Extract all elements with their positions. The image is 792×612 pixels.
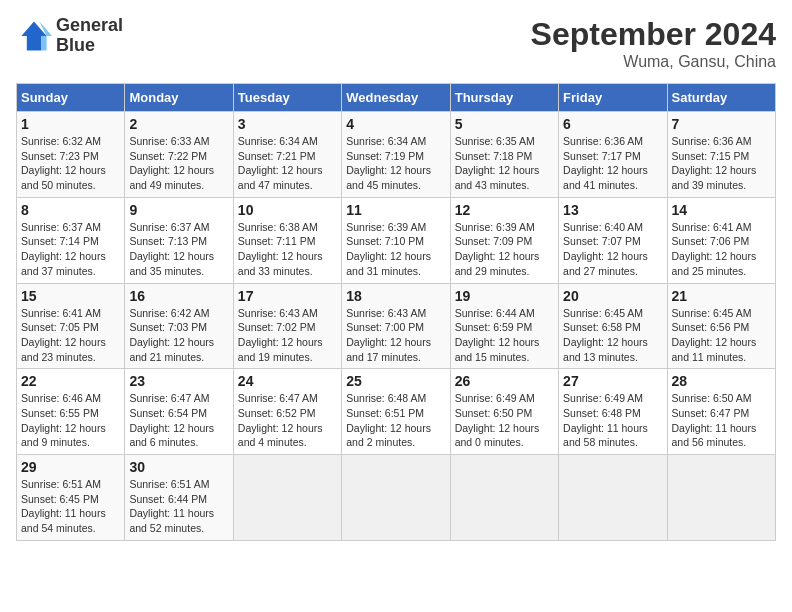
calendar-day-cell: 18Sunrise: 6:43 AMSunset: 7:00 PMDayligh… (342, 283, 450, 369)
day-detail: Sunrise: 6:33 AMSunset: 7:22 PMDaylight:… (129, 134, 228, 193)
calendar-day-cell: 8Sunrise: 6:37 AMSunset: 7:14 PMDaylight… (17, 197, 125, 283)
day-number: 8 (21, 202, 120, 218)
day-detail: Sunrise: 6:46 AMSunset: 6:55 PMDaylight:… (21, 391, 120, 450)
logo: General Blue (16, 16, 123, 56)
day-number: 24 (238, 373, 337, 389)
day-number: 2 (129, 116, 228, 132)
calendar-day-cell (233, 455, 341, 541)
day-number: 29 (21, 459, 120, 475)
day-detail: Sunrise: 6:49 AMSunset: 6:48 PMDaylight:… (563, 391, 662, 450)
day-detail: Sunrise: 6:42 AMSunset: 7:03 PMDaylight:… (129, 306, 228, 365)
day-number: 7 (672, 116, 771, 132)
calendar-day-cell: 6Sunrise: 6:36 AMSunset: 7:17 PMDaylight… (559, 112, 667, 198)
calendar-day-cell: 28Sunrise: 6:50 AMSunset: 6:47 PMDayligh… (667, 369, 775, 455)
calendar-day-cell (559, 455, 667, 541)
day-detail: Sunrise: 6:37 AMSunset: 7:14 PMDaylight:… (21, 220, 120, 279)
day-detail: Sunrise: 6:47 AMSunset: 6:54 PMDaylight:… (129, 391, 228, 450)
day-detail: Sunrise: 6:47 AMSunset: 6:52 PMDaylight:… (238, 391, 337, 450)
calendar-day-cell: 21Sunrise: 6:45 AMSunset: 6:56 PMDayligh… (667, 283, 775, 369)
calendar-day-cell: 22Sunrise: 6:46 AMSunset: 6:55 PMDayligh… (17, 369, 125, 455)
day-number: 23 (129, 373, 228, 389)
calendar-day-cell: 20Sunrise: 6:45 AMSunset: 6:58 PMDayligh… (559, 283, 667, 369)
day-detail: Sunrise: 6:38 AMSunset: 7:11 PMDaylight:… (238, 220, 337, 279)
day-number: 5 (455, 116, 554, 132)
day-number: 6 (563, 116, 662, 132)
location-title: Wuma, Gansu, China (531, 53, 776, 71)
calendar-day-cell: 15Sunrise: 6:41 AMSunset: 7:05 PMDayligh… (17, 283, 125, 369)
calendar-day-cell: 12Sunrise: 6:39 AMSunset: 7:09 PMDayligh… (450, 197, 558, 283)
day-number: 22 (21, 373, 120, 389)
day-detail: Sunrise: 6:45 AMSunset: 6:58 PMDaylight:… (563, 306, 662, 365)
calendar-day-cell: 16Sunrise: 6:42 AMSunset: 7:03 PMDayligh… (125, 283, 233, 369)
calendar-day-cell: 2Sunrise: 6:33 AMSunset: 7:22 PMDaylight… (125, 112, 233, 198)
day-detail: Sunrise: 6:36 AMSunset: 7:17 PMDaylight:… (563, 134, 662, 193)
day-number: 9 (129, 202, 228, 218)
day-detail: Sunrise: 6:37 AMSunset: 7:13 PMDaylight:… (129, 220, 228, 279)
day-detail: Sunrise: 6:49 AMSunset: 6:50 PMDaylight:… (455, 391, 554, 450)
calendar-day-cell: 24Sunrise: 6:47 AMSunset: 6:52 PMDayligh… (233, 369, 341, 455)
calendar-day-cell: 23Sunrise: 6:47 AMSunset: 6:54 PMDayligh… (125, 369, 233, 455)
calendar-day-cell: 4Sunrise: 6:34 AMSunset: 7:19 PMDaylight… (342, 112, 450, 198)
day-number: 18 (346, 288, 445, 304)
day-number: 20 (563, 288, 662, 304)
calendar-day-cell: 27Sunrise: 6:49 AMSunset: 6:48 PMDayligh… (559, 369, 667, 455)
day-number: 1 (21, 116, 120, 132)
day-number: 12 (455, 202, 554, 218)
month-title: September 2024 (531, 16, 776, 53)
day-number: 16 (129, 288, 228, 304)
calendar-day-cell: 29Sunrise: 6:51 AMSunset: 6:45 PMDayligh… (17, 455, 125, 541)
calendar-day-cell (667, 455, 775, 541)
day-detail: Sunrise: 6:45 AMSunset: 6:56 PMDaylight:… (672, 306, 771, 365)
column-header-thursday: Thursday (450, 84, 558, 112)
calendar-table: SundayMondayTuesdayWednesdayThursdayFrid… (16, 83, 776, 541)
day-detail: Sunrise: 6:34 AMSunset: 7:21 PMDaylight:… (238, 134, 337, 193)
page-header: General Blue September 2024 Wuma, Gansu,… (16, 16, 776, 71)
calendar-day-cell: 26Sunrise: 6:49 AMSunset: 6:50 PMDayligh… (450, 369, 558, 455)
calendar-day-cell: 17Sunrise: 6:43 AMSunset: 7:02 PMDayligh… (233, 283, 341, 369)
column-header-saturday: Saturday (667, 84, 775, 112)
day-detail: Sunrise: 6:40 AMSunset: 7:07 PMDaylight:… (563, 220, 662, 279)
day-number: 30 (129, 459, 228, 475)
day-number: 17 (238, 288, 337, 304)
calendar-week-row: 22Sunrise: 6:46 AMSunset: 6:55 PMDayligh… (17, 369, 776, 455)
calendar-day-cell: 9Sunrise: 6:37 AMSunset: 7:13 PMDaylight… (125, 197, 233, 283)
day-number: 4 (346, 116, 445, 132)
calendar-week-row: 1Sunrise: 6:32 AMSunset: 7:23 PMDaylight… (17, 112, 776, 198)
column-header-tuesday: Tuesday (233, 84, 341, 112)
calendar-day-cell: 13Sunrise: 6:40 AMSunset: 7:07 PMDayligh… (559, 197, 667, 283)
day-detail: Sunrise: 6:51 AMSunset: 6:45 PMDaylight:… (21, 477, 120, 536)
day-detail: Sunrise: 6:36 AMSunset: 7:15 PMDaylight:… (672, 134, 771, 193)
calendar-day-cell (342, 455, 450, 541)
calendar-day-cell: 19Sunrise: 6:44 AMSunset: 6:59 PMDayligh… (450, 283, 558, 369)
logo-icon (16, 18, 52, 54)
day-detail: Sunrise: 6:48 AMSunset: 6:51 PMDaylight:… (346, 391, 445, 450)
day-detail: Sunrise: 6:50 AMSunset: 6:47 PMDaylight:… (672, 391, 771, 450)
title-block: September 2024 Wuma, Gansu, China (531, 16, 776, 71)
day-number: 19 (455, 288, 554, 304)
day-number: 21 (672, 288, 771, 304)
day-detail: Sunrise: 6:35 AMSunset: 7:18 PMDaylight:… (455, 134, 554, 193)
calendar-day-cell: 30Sunrise: 6:51 AMSunset: 6:44 PMDayligh… (125, 455, 233, 541)
calendar-week-row: 15Sunrise: 6:41 AMSunset: 7:05 PMDayligh… (17, 283, 776, 369)
calendar-day-cell: 10Sunrise: 6:38 AMSunset: 7:11 PMDayligh… (233, 197, 341, 283)
day-detail: Sunrise: 6:32 AMSunset: 7:23 PMDaylight:… (21, 134, 120, 193)
column-header-sunday: Sunday (17, 84, 125, 112)
day-detail: Sunrise: 6:34 AMSunset: 7:19 PMDaylight:… (346, 134, 445, 193)
calendar-day-cell: 3Sunrise: 6:34 AMSunset: 7:21 PMDaylight… (233, 112, 341, 198)
calendar-day-cell: 1Sunrise: 6:32 AMSunset: 7:23 PMDaylight… (17, 112, 125, 198)
calendar-body: 1Sunrise: 6:32 AMSunset: 7:23 PMDaylight… (17, 112, 776, 541)
calendar-week-row: 29Sunrise: 6:51 AMSunset: 6:45 PMDayligh… (17, 455, 776, 541)
day-detail: Sunrise: 6:39 AMSunset: 7:10 PMDaylight:… (346, 220, 445, 279)
day-number: 3 (238, 116, 337, 132)
day-detail: Sunrise: 6:51 AMSunset: 6:44 PMDaylight:… (129, 477, 228, 536)
calendar-day-cell: 5Sunrise: 6:35 AMSunset: 7:18 PMDaylight… (450, 112, 558, 198)
day-detail: Sunrise: 6:41 AMSunset: 7:05 PMDaylight:… (21, 306, 120, 365)
day-number: 15 (21, 288, 120, 304)
calendar-day-cell: 7Sunrise: 6:36 AMSunset: 7:15 PMDaylight… (667, 112, 775, 198)
calendar-week-row: 8Sunrise: 6:37 AMSunset: 7:14 PMDaylight… (17, 197, 776, 283)
column-header-friday: Friday (559, 84, 667, 112)
day-detail: Sunrise: 6:41 AMSunset: 7:06 PMDaylight:… (672, 220, 771, 279)
day-detail: Sunrise: 6:43 AMSunset: 7:00 PMDaylight:… (346, 306, 445, 365)
day-number: 11 (346, 202, 445, 218)
day-number: 13 (563, 202, 662, 218)
